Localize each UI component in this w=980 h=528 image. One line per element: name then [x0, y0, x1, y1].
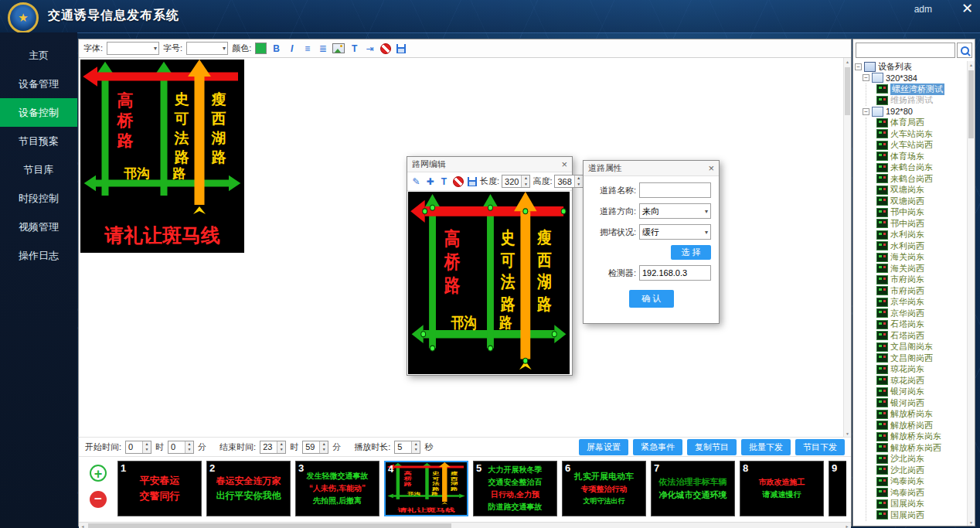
sidebar-item-time-control[interactable]: 时段控制 [0, 184, 77, 213]
spinner-up-icon[interactable]: ▲ [143, 441, 151, 448]
select-detector-button[interactable]: 选 择 [671, 245, 711, 260]
tree-device-来鹤台岗东[interactable]: 来鹤台岗东 [876, 162, 967, 174]
window-close-icon[interactable]: ✕ [961, 2, 973, 15]
tree-toggle-icon[interactable]: − [863, 74, 869, 81]
vertical-scrollbar[interactable]: ▲ ▼ [843, 58, 851, 437]
road-editor-canvas[interactable]: 高桥路史可法路瘦西湖路邗沟路 [408, 192, 570, 374]
horizontal-scrollbar[interactable]: ◄ ► [79, 522, 851, 528]
tree-device-解放桥东岗西[interactable]: 解放桥东岗西 [876, 442, 967, 454]
sidebar-item-program-library[interactable]: 节目库 [0, 155, 77, 184]
tree-device-水利岗西[interactable]: 水利岗西 [876, 240, 967, 252]
program-thumb-4[interactable]: 高桥路史可法路瘦西湖路邗沟路请礼让斑马线4 [384, 461, 468, 516]
tree-toggle-icon[interactable]: − [855, 63, 862, 70]
text-tool-icon[interactable]: T [349, 43, 360, 54]
program-thumb-8[interactable]: 市政改造施工请减速慢行8 [740, 461, 824, 516]
spinner-up-icon[interactable]: ▲ [522, 175, 529, 182]
scroll-up-icon[interactable]: ▲ [844, 58, 851, 65]
program-thumb-6[interactable]: 扎实开展电动车专项整治行动文明守法出行6 [562, 461, 646, 516]
text-tool-icon[interactable]: T [438, 175, 450, 187]
sign-preview[interactable]: 高桥路史可法路瘦西湖路邗沟路请礼让斑马线 [80, 60, 244, 253]
tree-device-来鹤台岗西[interactable]: 来鹤台岗西 [876, 173, 967, 185]
spinner-down-icon[interactable]: ▼ [320, 447, 328, 453]
spinner-up-icon[interactable]: ▲ [412, 441, 420, 448]
start-minute-stepper[interactable]: 0 ▲▼ [168, 441, 194, 454]
scroll-down-icon[interactable]: ▼ [968, 519, 975, 526]
tree-device-石塔岗西[interactable]: 石塔岗西 [876, 330, 967, 342]
height-stepper[interactable]: 368 ▲▼ [554, 175, 583, 188]
tree-device-邗中岗东[interactable]: 邗中岗东 [876, 207, 967, 219]
close-icon[interactable]: × [561, 159, 567, 169]
scroll-down-icon[interactable]: ▼ [844, 430, 851, 437]
emergency-event-button[interactable]: 紧急事件 [633, 439, 682, 455]
tree-device-螺丝湾桥测试[interactable]: 螺丝湾桥测试 [876, 83, 967, 95]
tree-device-文昌阁岗西[interactable]: 文昌阁岗西 [876, 353, 967, 364]
spinner-up-icon[interactable]: ▲ [575, 175, 583, 182]
program-send-button[interactable]: 节目下发 [795, 439, 845, 455]
tree-device-海关岗西[interactable]: 海关岗西 [876, 263, 967, 274]
copy-program-button[interactable]: 复制节目 [687, 439, 737, 455]
tree-device-鸿泰岗西[interactable]: 鸿泰岗西 [876, 487, 967, 499]
start-hour-stepper[interactable]: 0 ▲▼ [125, 441, 151, 454]
tree-device-琼花岗东[interactable]: 琼花岗东 [876, 364, 967, 376]
spinner-down-icon[interactable]: ▼ [575, 182, 583, 188]
tree-device-体育局西[interactable]: 体育局西 [876, 118, 967, 129]
font-size-select[interactable]: ▾ [186, 42, 228, 55]
tree-device-国展岗东[interactable]: 国展岗东 [876, 499, 967, 510]
tree-device-双塘岗东[interactable]: 双塘岗东 [876, 185, 967, 196]
tree-device-石塔岗东[interactable]: 石塔岗东 [876, 319, 967, 331]
program-thumb-2[interactable]: 春运安全连万家出行平安你我他2 [206, 461, 291, 516]
sidebar-item-device-manage[interactable]: 设备管理 [0, 70, 77, 98]
congestion-select[interactable]: 缓行 ▾ [639, 224, 711, 240]
tree-root-row[interactable]: −设备列表 [855, 61, 967, 73]
end-minute-stepper[interactable]: 59 ▲▼ [302, 441, 328, 454]
program-thumb-5[interactable]: 大力开展秋冬季交通安全整治百日行动,全力预防道路交通事故5 [473, 461, 557, 516]
spacing-icon[interactable]: ⇥ [364, 43, 376, 54]
tree-device-鸿泰岗东[interactable]: 鸿泰岗东 [876, 476, 967, 488]
batch-send-button[interactable]: 批量下发 [741, 439, 791, 455]
tree-device-维扬路测试[interactable]: 维扬路测试 [876, 95, 967, 107]
save-icon[interactable] [395, 43, 407, 54]
program-thumb-3[interactable]: 发生轻微交通事故“人未伤,车能动”先拍照,后撤离3 [295, 461, 379, 516]
duration-stepper[interactable]: 5 ▲▼ [394, 441, 420, 454]
tree-device-市府岗东[interactable]: 市府岗东 [876, 274, 967, 286]
font-select[interactable]: ▾ [107, 42, 159, 55]
tree-device-体育场东[interactable]: 体育场东 [876, 151, 967, 162]
delete-icon[interactable] [452, 175, 464, 187]
tree-device-双塘岗西[interactable]: 双塘岗西 [876, 196, 967, 207]
align-justify-icon[interactable]: ≣ [317, 43, 328, 54]
scroll-right-icon[interactable]: ► [843, 523, 851, 528]
tree-device-解放桥岗西[interactable]: 解放桥岗西 [876, 420, 967, 431]
tree-scrollbar[interactable]: ▲ ▼ [967, 61, 975, 526]
scrollbar-thumb[interactable] [845, 67, 850, 115]
add-program-button[interactable]: + [90, 465, 107, 482]
tree-device-火车站岗东[interactable]: 火车站岗东 [876, 128, 967, 140]
italic-icon[interactable]: I [286, 43, 298, 54]
color-swatch[interactable] [255, 43, 267, 54]
spinner-down-icon[interactable]: ▼ [143, 447, 151, 453]
tree-device-京华岗西[interactable]: 京华岗西 [876, 308, 967, 319]
scrollbar-thumb[interactable] [968, 70, 974, 138]
detector-input[interactable] [639, 265, 711, 281]
spinner-up-icon[interactable]: ▲ [185, 441, 193, 448]
spinner-down-icon[interactable]: ▼ [412, 447, 420, 453]
end-hour-stepper[interactable]: 23 ▲▼ [260, 441, 286, 454]
tree-device-沙北岗西[interactable]: 沙北岗西 [876, 465, 967, 476]
align-left-icon[interactable]: ≡ [301, 43, 313, 54]
sidebar-item-video-manage[interactable]: 视频管理 [0, 213, 77, 241]
length-stepper[interactable]: 320 ▲▼ [502, 175, 530, 188]
search-button[interactable] [957, 43, 972, 58]
tree-device-京华岗东[interactable]: 京华岗东 [876, 297, 967, 308]
sidebar-item-program-plan[interactable]: 节目预案 [0, 127, 77, 155]
tree-device-市府岗西[interactable]: 市府岗西 [876, 285, 967, 297]
sidebar-item-home[interactable]: 主页 [0, 41, 77, 70]
tree-device-水利岗东[interactable]: 水利岗东 [876, 230, 967, 241]
tree-device-邗中岗西[interactable]: 邗中岗西 [876, 218, 967, 230]
remove-program-button[interactable]: − [90, 491, 107, 508]
close-icon[interactable]: × [708, 163, 714, 173]
insert-image-icon[interactable] [332, 43, 345, 54]
scrollbar-thumb[interactable] [88, 523, 451, 528]
spinner-down-icon[interactable]: ▼ [522, 182, 529, 188]
draw-line-icon[interactable]: ✎ [410, 175, 422, 187]
device-search-input[interactable] [856, 43, 955, 58]
spinner-up-icon[interactable]: ▲ [277, 441, 285, 448]
